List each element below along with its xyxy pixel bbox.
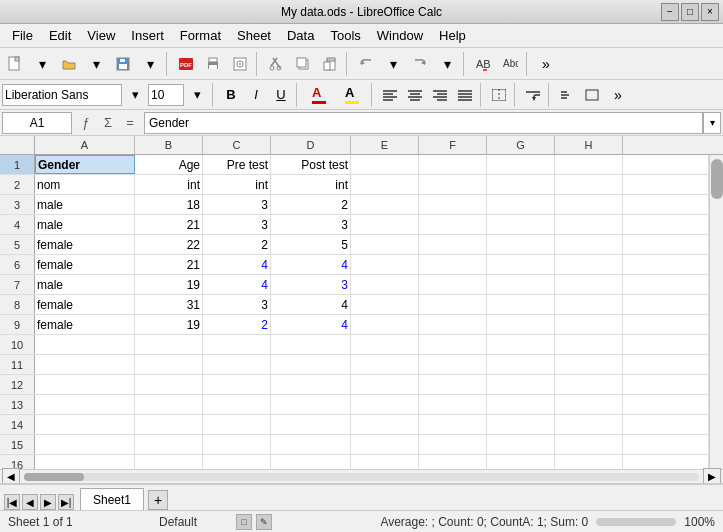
cell-g16[interactable] (487, 455, 555, 469)
cell-h16[interactable] (555, 455, 623, 469)
cell-b10[interactable] (135, 335, 203, 354)
undo-arrow-button[interactable]: ▾ (380, 51, 406, 77)
cut-button[interactable] (263, 51, 289, 77)
formula-input[interactable] (144, 112, 703, 134)
cell-c16[interactable] (203, 455, 271, 469)
cell-e7[interactable] (351, 275, 419, 294)
cell-rest15[interactable] (623, 435, 709, 454)
align-right-button[interactable] (428, 83, 452, 107)
highlight-color-button[interactable]: A (336, 83, 368, 107)
vertical-scrollbar[interactable] (709, 155, 723, 469)
cell-h11[interactable] (555, 355, 623, 374)
cell-b3[interactable]: 18 (135, 195, 203, 214)
row-header-2[interactable]: 2 (0, 175, 35, 194)
cell-e1[interactable] (351, 155, 419, 174)
cell-rest11[interactable] (623, 355, 709, 374)
minimize-button[interactable]: − (661, 3, 679, 21)
cell-a13[interactable] (35, 395, 135, 414)
menu-sheet[interactable]: Sheet (229, 26, 279, 45)
col-header-a[interactable]: A (35, 136, 135, 154)
cell-d6[interactable]: 4 (271, 255, 351, 274)
font-name-arrow[interactable]: ▾ (123, 83, 147, 107)
cell-c14[interactable] (203, 415, 271, 434)
save-arrow-button[interactable]: ▾ (137, 51, 163, 77)
underline-button[interactable]: U (269, 83, 293, 107)
cell-d3[interactable]: 2 (271, 195, 351, 214)
italic-button[interactable]: I (244, 83, 268, 107)
menu-insert[interactable]: Insert (123, 26, 172, 45)
cell-a14[interactable] (35, 415, 135, 434)
cell-g1[interactable] (487, 155, 555, 174)
cell-a11[interactable] (35, 355, 135, 374)
row-header-15[interactable]: 15 (0, 435, 35, 454)
cell-f16[interactable] (419, 455, 487, 469)
cell-c13[interactable] (203, 395, 271, 414)
cell-h15[interactable] (555, 435, 623, 454)
overflow-fmt-button[interactable]: » (605, 82, 631, 108)
cell-h7[interactable] (555, 275, 623, 294)
print-button[interactable] (200, 51, 226, 77)
row-header-9[interactable]: 9 (0, 315, 35, 334)
cell-reference-input[interactable] (2, 112, 72, 134)
align-left-button[interactable] (378, 83, 402, 107)
maximize-button[interactable]: □ (681, 3, 699, 21)
cell-a12[interactable] (35, 375, 135, 394)
cell-rest6[interactable] (623, 255, 709, 274)
vscroll-thumb[interactable] (711, 159, 723, 199)
cell-b6[interactable]: 21 (135, 255, 203, 274)
corner-cell[interactable] (0, 136, 35, 154)
cell-f14[interactable] (419, 415, 487, 434)
cell-a2[interactable]: nom (35, 175, 135, 194)
cell-e13[interactable] (351, 395, 419, 414)
merge-button[interactable] (487, 83, 511, 107)
cell-d4[interactable]: 3 (271, 215, 351, 234)
cell-a7[interactable]: male (35, 275, 135, 294)
cell-c9[interactable]: 2 (203, 315, 271, 334)
row-header-11[interactable]: 11 (0, 355, 35, 374)
wrap-text-button[interactable] (521, 83, 545, 107)
cell-a9[interactable]: female (35, 315, 135, 334)
cell-h8[interactable] (555, 295, 623, 314)
col-header-e[interactable]: E (351, 136, 419, 154)
cell-a1[interactable]: Gender (35, 155, 135, 174)
cell-g13[interactable] (487, 395, 555, 414)
cell-e5[interactable] (351, 235, 419, 254)
cell-f15[interactable] (419, 435, 487, 454)
style-button[interactable] (580, 83, 604, 107)
pdf-button[interactable]: PDF (173, 51, 199, 77)
cell-h10[interactable] (555, 335, 623, 354)
cell-e15[interactable] (351, 435, 419, 454)
cell-d1[interactable]: Post test (271, 155, 351, 174)
cell-f13[interactable] (419, 395, 487, 414)
redo-button[interactable] (407, 51, 433, 77)
undo-button[interactable] (353, 51, 379, 77)
cell-e6[interactable] (351, 255, 419, 274)
col-header-b[interactable]: B (135, 136, 203, 154)
cell-d7[interactable]: 3 (271, 275, 351, 294)
bold-button[interactable]: B (219, 83, 243, 107)
cell-a6[interactable]: female (35, 255, 135, 274)
cell-rest10[interactable] (623, 335, 709, 354)
add-sheet-button[interactable]: + (148, 490, 168, 510)
cell-b9[interactable]: 19 (135, 315, 203, 334)
cell-rest5[interactable] (623, 235, 709, 254)
cell-e8[interactable] (351, 295, 419, 314)
cell-a5[interactable]: female (35, 235, 135, 254)
cell-c3[interactable]: 3 (203, 195, 271, 214)
menu-tools[interactable]: Tools (322, 26, 368, 45)
cell-f5[interactable] (419, 235, 487, 254)
col-header-c[interactable]: C (203, 136, 271, 154)
cell-c4[interactable]: 3 (203, 215, 271, 234)
cell-c12[interactable] (203, 375, 271, 394)
cell-rest16[interactable] (623, 455, 709, 469)
cell-f3[interactable] (419, 195, 487, 214)
cell-b16[interactable] (135, 455, 203, 469)
menu-format[interactable]: Format (172, 26, 229, 45)
new-button[interactable] (2, 51, 28, 77)
cell-h1[interactable] (555, 155, 623, 174)
cell-rest2[interactable] (623, 175, 709, 194)
hscroll-right[interactable]: ▶ (703, 468, 721, 485)
cell-g10[interactable] (487, 335, 555, 354)
menu-help[interactable]: Help (431, 26, 474, 45)
tab-prev-button[interactable]: ◀ (22, 494, 38, 510)
